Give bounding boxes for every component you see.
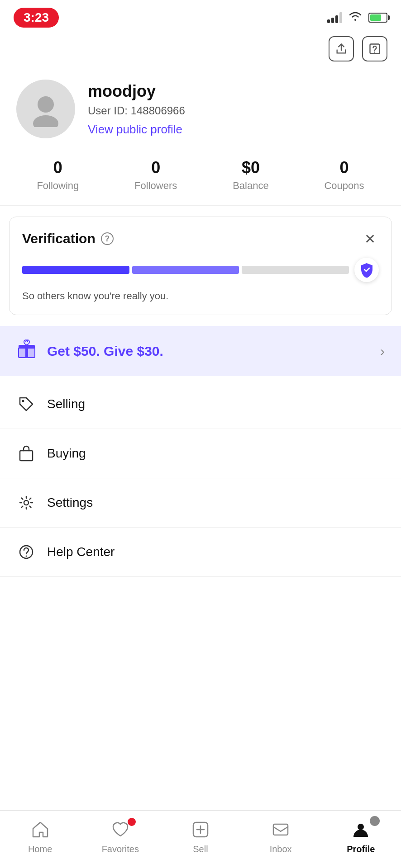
verification-header: Verification ? ✕ [22,230,379,248]
battery-icon [368,13,387,23]
following-value: 0 [53,158,62,177]
sell-icon [189,818,212,841]
help-icon [16,542,36,562]
followers-value: 0 [151,158,160,177]
svg-point-6 [22,400,24,402]
verification-card: Verification ? ✕ So others know you're r… [9,217,392,315]
tag-icon [16,394,36,414]
favorites-badge [128,818,136,826]
help-button[interactable] [362,36,387,61]
referral-banner[interactable]: Get $50. Give $30. › [0,326,401,376]
nav-item-inbox[interactable]: Inbox [258,818,303,854]
nav-item-profile[interactable]: Profile [338,818,383,854]
profile-nav-icon [349,818,372,841]
profile-info: moodjoy User ID: 148806966 View public p… [88,82,385,137]
bottom-nav: Home Favorites Sell Inbox [0,810,401,868]
progress-segments [22,266,349,274]
verification-progress [22,258,379,282]
following-label: Following [37,180,79,192]
svg-rect-7 [20,451,33,461]
home-nav-label: Home [28,844,52,854]
menu-item-help-center[interactable]: Help Center [0,528,401,577]
followers-label: Followers [134,180,177,192]
progress-segment-1 [22,266,129,274]
inbox-nav-label: Inbox [270,844,292,854]
stat-balance[interactable]: $0 Balance [233,158,269,192]
share-button[interactable] [329,36,354,61]
chevron-right-icon: › [380,344,385,359]
notification-dot [370,816,380,826]
selling-label: Selling [47,397,85,411]
verification-help-icon[interactable]: ? [101,232,114,245]
buying-label: Buying [47,446,86,461]
settings-label: Settings [47,495,93,510]
signal-bars-icon [327,12,342,23]
balance-value: $0 [242,158,260,177]
home-icon [29,818,52,841]
favorites-nav-label: Favorites [102,844,139,854]
coupons-value: 0 [340,158,349,177]
referral-text: Get $50. Give $30. [47,344,370,359]
stats-row: 0 Following 0 Followers $0 Balance 0 Cou… [0,147,401,206]
stat-coupons[interactable]: 0 Coupons [324,158,364,192]
menu-item-selling[interactable]: Selling [0,380,401,429]
nav-item-home[interactable]: Home [18,818,63,854]
svg-point-13 [358,824,364,830]
progress-segment-2 [132,266,239,274]
avatar-silhouette-icon [28,91,64,127]
settings-icon [16,493,36,513]
svg-rect-5 [25,345,28,358]
menu-item-settings[interactable]: Settings [0,478,401,528]
help-center-label: Help Center [47,545,115,559]
inbox-icon [269,818,292,841]
verification-close-button[interactable]: ✕ [361,230,379,248]
view-public-profile-link[interactable]: View public profile [88,123,182,136]
menu-item-buying[interactable]: Buying [0,429,401,478]
balance-label: Balance [233,180,269,192]
profile-section: moodjoy User ID: 148806966 View public p… [0,66,401,147]
coupons-label: Coupons [324,180,364,192]
menu-section: Selling Buying Settings [0,380,401,577]
svg-point-1 [38,96,54,113]
nav-item-sell[interactable]: Sell [178,818,223,854]
svg-point-8 [24,500,29,505]
status-icons [327,11,387,24]
shield-icon [354,258,379,282]
bag-icon [16,443,36,463]
verification-description: So others know you're really you. [22,290,379,302]
svg-point-10 [26,556,27,557]
svg-rect-12 [273,824,288,835]
verification-title: Verification ? [22,231,114,246]
stat-following[interactable]: 0 Following [37,158,79,192]
status-time: 3:23 [14,8,59,28]
nav-item-favorites[interactable]: Favorites [98,818,143,854]
user-id: User ID: 148806966 [88,104,385,117]
gift-icon [16,339,37,363]
top-actions [0,32,401,66]
svg-point-2 [33,115,58,127]
avatar[interactable] [16,80,75,138]
stat-followers[interactable]: 0 Followers [134,158,177,192]
sell-nav-label: Sell [193,844,208,854]
status-bar: 3:23 [0,0,401,32]
progress-segment-3 [242,266,349,274]
wifi-icon [348,11,362,24]
username: moodjoy [88,82,385,101]
profile-nav-label: Profile [347,844,375,854]
